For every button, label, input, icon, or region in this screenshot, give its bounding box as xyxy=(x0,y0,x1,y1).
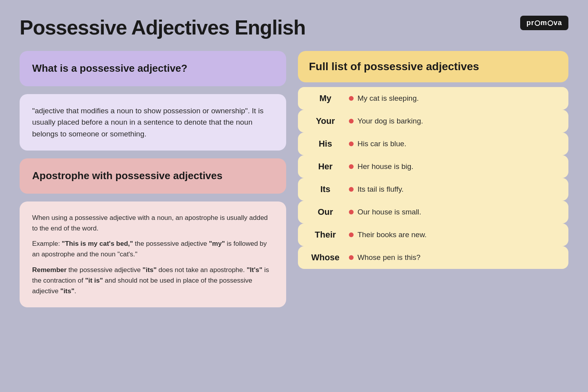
right-header-card: Full list of possessive adjectives xyxy=(298,51,568,82)
adjective-label: Its xyxy=(306,184,345,194)
what-is-title: What is a possessive adjective? xyxy=(32,62,274,75)
adjective-example: Its tail is fluffy. xyxy=(345,185,561,194)
apostrophe-para2: Example: "This is my cat's bed," the pos… xyxy=(32,238,274,260)
para3-its: "its" xyxy=(143,266,157,274)
adjective-example: Their books are new. xyxy=(345,230,561,239)
para3-its3: "its" xyxy=(60,287,74,295)
adjective-row: ItsIts tail is fluffy. xyxy=(298,178,568,201)
example-text: His car is blue. xyxy=(358,140,407,148)
adjective-label: My xyxy=(306,93,345,103)
para3-mid: the possessive adjective xyxy=(67,266,143,274)
page-title: Possessive Adjectives English xyxy=(20,16,568,39)
adjective-row: YourYour dog is barking. xyxy=(298,110,568,132)
bullet-dot xyxy=(349,232,354,237)
para2-bold1: "This is my cat's bed," xyxy=(62,240,133,247)
apostrophe-para1: When using a possessive adjective with a… xyxy=(32,212,274,234)
example-text: Our house is small. xyxy=(358,208,421,216)
bullet-dot xyxy=(349,187,354,192)
adjective-example: Her house is big. xyxy=(345,162,561,171)
adjective-label: Her xyxy=(306,162,345,172)
adjective-label: Your xyxy=(306,116,345,126)
what-is-header-card: What is a possessive adjective? xyxy=(20,51,286,86)
bullet-dot xyxy=(349,142,354,146)
bullet-dot xyxy=(349,164,354,169)
adjective-example: Our house is small. xyxy=(345,208,561,216)
apostrophe-body-card: When using a possessive adjective with a… xyxy=(20,201,286,307)
page-wrapper: Possessive Adjectives English What is a … xyxy=(0,0,588,392)
para3-mid2: does not take an apostrophe. xyxy=(157,266,247,274)
para2-mid: the possessive adjective xyxy=(133,240,209,247)
adjective-row: MyMy cat is sleeping. xyxy=(298,87,568,110)
para3-bold: Remember xyxy=(32,266,67,274)
adjective-label: His xyxy=(306,139,345,149)
what-is-body-card: "adjective that modifies a noun to show … xyxy=(20,94,286,151)
apostrophe-header-card: Apostrophe with possessive adjectives xyxy=(20,158,286,194)
adjective-example: Whose pen is this? xyxy=(345,253,561,262)
adjective-row: WhoseWhose pen is this? xyxy=(298,246,568,269)
bullet-dot xyxy=(349,119,354,123)
main-content: What is a possessive adjective? "adjecti… xyxy=(20,51,568,380)
adjective-row: HerHer house is big. xyxy=(298,155,568,178)
adjective-row: HisHis car is blue. xyxy=(298,132,568,155)
what-is-definition: "adjective that modifies a noun to show … xyxy=(32,105,274,140)
adjective-example: Your dog is barking. xyxy=(345,117,561,125)
adjective-example: His car is blue. xyxy=(345,140,561,148)
para3-its2: "It's" xyxy=(247,266,262,274)
left-column: What is a possessive adjective? "adjecti… xyxy=(20,51,286,380)
example-text: Your dog is barking. xyxy=(358,117,423,125)
bullet-dot xyxy=(349,210,354,214)
apostrophe-title: Apostrophe with possessive adjectives xyxy=(32,169,274,183)
bullet-dot xyxy=(349,255,354,260)
adjective-example: My cat is sleeping. xyxy=(345,94,561,103)
adjective-row: TheirTheir books are new. xyxy=(298,223,568,246)
para3-end: . xyxy=(74,287,76,295)
adjective-list: MyMy cat is sleeping.YourYour dog is bar… xyxy=(298,87,568,269)
adjective-row: OurOur house is small. xyxy=(298,201,568,223)
example-text: Their books are new. xyxy=(358,230,426,239)
para2-bold2: "my" xyxy=(209,240,225,247)
apostrophe-para3: Remember the possessive adjective "its" … xyxy=(32,265,274,297)
adjective-label: Whose xyxy=(306,252,345,263)
bullet-dot xyxy=(349,96,354,101)
adjective-label: Our xyxy=(306,207,345,217)
para3-itis: "it is" xyxy=(85,277,103,284)
right-column: Full list of possessive adjectives MyMy … xyxy=(298,51,568,380)
promova-logo: prmva xyxy=(520,16,568,30)
adjective-label: Their xyxy=(306,230,345,240)
para2-pre: Example: xyxy=(32,240,62,247)
example-text: Whose pen is this? xyxy=(358,253,421,262)
example-text: Her house is big. xyxy=(358,162,414,171)
para2-noun: "cat's." xyxy=(117,250,137,258)
example-text: My cat is sleeping. xyxy=(358,94,419,103)
right-header-title: Full list of possessive adjectives xyxy=(309,60,557,74)
example-text: Its tail is fluffy. xyxy=(358,185,404,194)
